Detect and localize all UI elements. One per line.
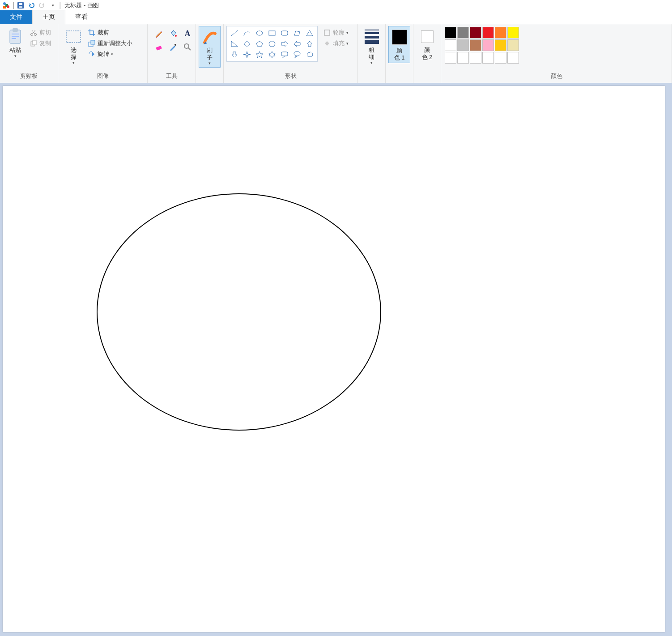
color-swatch[interactable] bbox=[470, 39, 481, 51]
color-swatch[interactable] bbox=[482, 39, 494, 51]
shape-callout-rounded[interactable] bbox=[279, 50, 290, 60]
shape-fill-button[interactable]: 填充 ▾ bbox=[321, 38, 350, 48]
shape-arrow-left[interactable] bbox=[291, 39, 303, 49]
redo-button[interactable] bbox=[38, 1, 47, 10]
svg-point-27 bbox=[294, 51, 300, 56]
color-swatch[interactable] bbox=[507, 39, 519, 51]
paste-button[interactable]: 粘贴 ▾ bbox=[3, 26, 28, 60]
shape-star6[interactable] bbox=[266, 50, 278, 60]
shapes-gallery[interactable] bbox=[226, 26, 318, 62]
shape-right-triangle[interactable] bbox=[229, 39, 240, 49]
shape-arrow-up[interactable] bbox=[304, 39, 315, 49]
thickness-button[interactable]: 粗 细 ▾ bbox=[361, 26, 383, 67]
shape-callout-oval[interactable] bbox=[291, 50, 303, 60]
qat-customize[interactable]: ▾ bbox=[48, 1, 57, 10]
shape-line[interactable] bbox=[229, 28, 240, 38]
drawn-circle-shape bbox=[97, 193, 381, 431]
group-brush: 刷 子 ▾ bbox=[196, 24, 224, 83]
shape-star5[interactable] bbox=[254, 50, 265, 60]
bucket-tool[interactable] bbox=[167, 28, 179, 39]
shape-curve[interactable] bbox=[241, 28, 253, 38]
ribbon-tabs: 文件 主页 查看 bbox=[0, 11, 672, 24]
eraser-tool[interactable] bbox=[153, 41, 165, 53]
window-title: 无标题 - 画图 bbox=[64, 1, 99, 9]
color-swatch[interactable] bbox=[457, 27, 469, 38]
chevron-down-icon: ▾ bbox=[111, 52, 113, 56]
color-swatch[interactable] bbox=[482, 52, 494, 64]
svg-rect-26 bbox=[281, 52, 288, 56]
color1-swatch bbox=[391, 28, 408, 46]
group-label-colors: 颜色 bbox=[444, 70, 669, 83]
color-swatch[interactable] bbox=[495, 27, 506, 38]
shape-polygon[interactable] bbox=[291, 28, 303, 38]
brush-button[interactable]: 刷 子 ▾ bbox=[199, 26, 221, 68]
svg-rect-10 bbox=[12, 36, 19, 37]
text-tool[interactable]: A bbox=[182, 28, 193, 39]
color-swatch[interactable] bbox=[445, 27, 456, 38]
undo-button[interactable] bbox=[27, 1, 36, 10]
shape-callout-cloud[interactable] bbox=[304, 50, 315, 60]
shape-arrow-right[interactable] bbox=[279, 39, 290, 49]
color-swatch[interactable] bbox=[507, 52, 519, 64]
color-picker-tool[interactable] bbox=[167, 41, 179, 53]
color-swatch[interactable] bbox=[482, 27, 494, 38]
svg-rect-15 bbox=[33, 40, 36, 45]
shape-outline-button[interactable]: 轮廓 ▾ bbox=[321, 28, 350, 38]
app-icon[interactable] bbox=[2, 1, 11, 10]
chevron-down-icon: ▾ bbox=[346, 41, 349, 46]
svg-rect-5 bbox=[19, 3, 22, 5]
color-swatch[interactable] bbox=[507, 27, 519, 38]
resize-icon bbox=[88, 39, 96, 47]
color-swatch[interactable] bbox=[457, 39, 469, 51]
svg-rect-9 bbox=[12, 34, 19, 34]
shape-arrow-down[interactable] bbox=[229, 50, 240, 60]
shape-oval[interactable] bbox=[254, 28, 265, 38]
svg-point-23 bbox=[256, 31, 263, 35]
shape-star4[interactable] bbox=[241, 50, 253, 60]
color-swatch[interactable] bbox=[445, 39, 456, 51]
svg-point-2 bbox=[3, 2, 6, 5]
crop-button[interactable]: 裁剪 bbox=[86, 28, 134, 38]
chevron-down-icon: ▾ bbox=[346, 30, 349, 35]
copy-button[interactable]: 复制 bbox=[28, 38, 53, 48]
tab-home[interactable]: 主页 bbox=[32, 10, 65, 24]
titlebar: | ▾ | 无标题 - 画图 bbox=[0, 0, 672, 11]
shape-diamond[interactable] bbox=[241, 39, 253, 49]
canvas[interactable] bbox=[3, 86, 665, 632]
tab-file[interactable]: 文件 bbox=[0, 10, 32, 24]
svg-rect-25 bbox=[281, 31, 288, 35]
color1-button[interactable]: 颜 色 1 bbox=[388, 26, 410, 63]
pencil-tool[interactable] bbox=[153, 28, 165, 39]
group-label-shapes: 形状 bbox=[226, 70, 355, 83]
separator: | bbox=[59, 1, 61, 9]
group-label-clipboard: 剪贴板 bbox=[3, 70, 55, 83]
group-tools: A 工具 bbox=[148, 24, 196, 83]
magnifier-tool[interactable] bbox=[182, 41, 193, 53]
rotate-icon bbox=[88, 50, 96, 58]
crop-icon bbox=[88, 29, 96, 37]
canvas-scroll-area[interactable] bbox=[0, 83, 672, 636]
chevron-down-icon: ▾ bbox=[370, 60, 373, 65]
color-swatch[interactable] bbox=[470, 27, 481, 38]
shape-pentagon[interactable] bbox=[254, 39, 265, 49]
shape-triangle[interactable] bbox=[304, 28, 315, 38]
select-button[interactable]: 选 择 ▾ bbox=[61, 26, 86, 67]
color2-swatch bbox=[418, 28, 436, 46]
svg-rect-6 bbox=[19, 6, 22, 8]
shape-rounded-rect[interactable] bbox=[279, 28, 290, 38]
color-swatch[interactable] bbox=[457, 52, 469, 64]
color-swatch[interactable] bbox=[495, 52, 506, 64]
resize-button[interactable]: 重新调整大小 bbox=[86, 38, 134, 48]
tab-view[interactable]: 查看 bbox=[65, 10, 98, 24]
save-button[interactable] bbox=[16, 1, 25, 10]
color-swatch[interactable] bbox=[495, 39, 506, 51]
color2-button[interactable]: 颜 色 2 bbox=[416, 26, 438, 62]
shape-hexagon[interactable] bbox=[266, 39, 278, 49]
color-swatch[interactable] bbox=[445, 52, 456, 64]
svg-point-3 bbox=[7, 5, 9, 8]
shape-rect[interactable] bbox=[266, 28, 278, 38]
color-swatch[interactable] bbox=[470, 52, 481, 64]
cut-button[interactable]: 剪切 bbox=[28, 28, 53, 38]
rotate-button[interactable]: 旋转 ▾ bbox=[86, 49, 134, 59]
group-shapes: 轮廓 ▾ 填充 ▾ 形状 bbox=[224, 24, 358, 83]
